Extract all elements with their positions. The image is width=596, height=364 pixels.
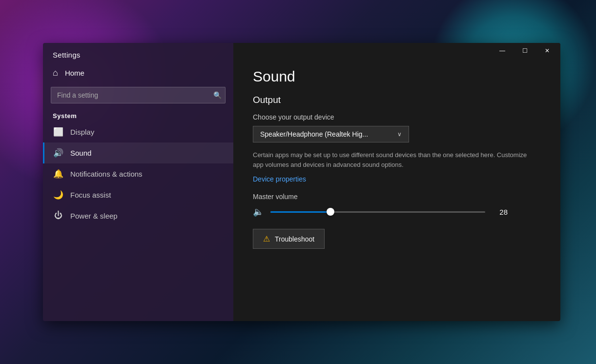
sidebar-item-sound[interactable]: 🔊 Sound xyxy=(43,142,233,163)
volume-slider-container[interactable] xyxy=(270,207,485,217)
search-icon[interactable]: 🔍 xyxy=(213,91,222,99)
sidebar-item-notifications[interactable]: 🔔 Notifications & actions xyxy=(43,163,233,184)
sidebar-item-focus-label: Focus assist xyxy=(70,191,111,199)
volume-value: 28 xyxy=(492,208,508,216)
output-device-dropdown[interactable]: Speaker/Headphone (Realtek Hig... ∨ xyxy=(253,126,409,142)
output-info-text: Certain apps may be set up to use differ… xyxy=(253,150,531,169)
slider-track xyxy=(270,211,485,213)
master-volume-label: Master volume xyxy=(253,193,541,201)
sound-icon: 🔊 xyxy=(53,148,63,158)
power-icon: ⏻ xyxy=(53,211,63,221)
output-device-label: Choose your output device xyxy=(253,113,541,121)
sidebar-title: Settings xyxy=(43,43,233,63)
troubleshoot-button[interactable]: ⚠ Troubleshoot xyxy=(253,229,325,249)
sidebar-item-home[interactable]: ⌂ Home xyxy=(43,63,233,83)
content-panel: — ☐ ✕ Sound Output Choose your output de… xyxy=(233,43,560,321)
sidebar-home-label: Home xyxy=(65,69,84,77)
volume-icon: 🔈 xyxy=(253,206,264,217)
warning-icon: ⚠ xyxy=(263,234,270,243)
search-input[interactable] xyxy=(51,87,226,103)
page-title: Sound xyxy=(253,68,541,85)
sidebar-item-notifications-label: Notifications & actions xyxy=(70,170,143,178)
settings-window: Settings ⌂ Home 🔍 System ⬜ Display 🔊 Sou… xyxy=(43,43,560,321)
troubleshoot-label: Troubleshoot xyxy=(275,235,314,243)
content-body: Sound Output Choose your output device S… xyxy=(233,59,560,321)
display-icon: ⬜ xyxy=(53,127,63,137)
sidebar-item-power-label: Power & sleep xyxy=(70,212,118,220)
sidebar-item-focus[interactable]: 🌙 Focus assist xyxy=(43,184,233,205)
close-button[interactable]: ✕ xyxy=(536,43,558,59)
slider-fill xyxy=(270,211,330,213)
search-box-container: 🔍 xyxy=(51,87,226,103)
focus-icon: 🌙 xyxy=(53,190,63,200)
sidebar-item-sound-label: Sound xyxy=(70,149,91,157)
slider-thumb[interactable] xyxy=(327,208,334,216)
home-icon: ⌂ xyxy=(53,68,58,78)
output-section-title: Output xyxy=(253,95,541,105)
titlebar: — ☐ ✕ xyxy=(233,43,560,59)
system-section-label: System xyxy=(43,109,233,121)
minimize-button[interactable]: — xyxy=(491,43,514,59)
device-properties-link[interactable]: Device properties xyxy=(253,175,541,183)
sidebar-item-power[interactable]: ⏻ Power & sleep xyxy=(43,205,233,226)
output-device-value: Speaker/Headphone (Realtek Hig... xyxy=(260,130,368,138)
chevron-down-icon: ∨ xyxy=(397,131,402,138)
sidebar: Settings ⌂ Home 🔍 System ⬜ Display 🔊 Sou… xyxy=(43,43,233,321)
volume-row: 🔈 28 xyxy=(253,206,541,217)
maximize-button[interactable]: ☐ xyxy=(514,43,536,59)
sidebar-item-display[interactable]: ⬜ Display xyxy=(43,121,233,142)
notifications-icon: 🔔 xyxy=(53,169,63,179)
sidebar-item-display-label: Display xyxy=(70,128,94,136)
